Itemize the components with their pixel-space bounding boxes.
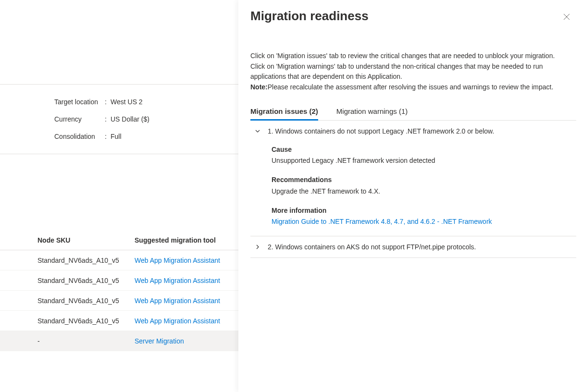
chevron-down-icon (254, 128, 261, 134)
issue-title: 1. Windows containers do not support Leg… (268, 127, 575, 135)
panel-title: Migration readiness (250, 9, 369, 24)
kv-key: Target location (54, 98, 105, 106)
more-info-label: More information (272, 206, 571, 216)
cell-sku: Standard_NV6ads_A10_v5 (0, 297, 135, 305)
tab-migration-issues[interactable]: Migration issues (2) (250, 103, 318, 120)
issue-item: 1. Windows containers do not support Leg… (250, 121, 576, 236)
cause-label: Cause (272, 145, 571, 155)
cell-sku: Standard_NV6ads_A10_v5 (0, 257, 135, 264)
kv-value: West US 2 (111, 98, 143, 106)
close-icon (563, 13, 570, 22)
more-info-link[interactable]: Migration Guide to .NET Framework 4.8, 4… (272, 217, 571, 227)
chevron-right-icon (254, 244, 261, 250)
panel-header: Migration readiness (250, 7, 582, 25)
note-label: Note: (250, 83, 268, 91)
recommendations-text: Upgrade the .NET framework to 4.X. (272, 186, 571, 197)
cell-sku: Standard_NV6ads_A10_v5 (0, 317, 135, 325)
cause-text: Unsupported Legacy .NET framework versio… (272, 156, 571, 166)
cell-sku: Standard_NV6ads_A10_v5 (0, 277, 135, 284)
desc-text: Click on 'Migration issues' tab to revie… (250, 52, 555, 80)
kv-key: Consolidation (54, 133, 105, 140)
close-button[interactable] (559, 10, 574, 25)
kv-key: Currency (54, 115, 105, 123)
kv-value: Full (111, 133, 122, 140)
kv-colon: : (105, 98, 111, 106)
cell-sku: - (0, 337, 135, 345)
issue-item: 2. Windows containers on AKS do not supp… (250, 236, 576, 258)
issue-header[interactable]: 2. Windows containers on AKS do not supp… (250, 236, 576, 257)
col-header-sku[interactable]: Node SKU (0, 236, 135, 244)
kv-colon: : (105, 115, 111, 123)
note-text: Please recalculate the assessment after … (268, 83, 554, 91)
migration-readiness-panel: Migration readiness Click on 'Migration … (238, 0, 582, 392)
issue-list: 1. Windows containers do not support Leg… (250, 121, 576, 258)
recommendations-label: Recommendations (272, 175, 571, 185)
kv-colon: : (105, 133, 111, 140)
issue-body: Cause Unsupported Legacy .NET framework … (250, 145, 576, 236)
panel-description: Click on 'Migration issues' tab to revie… (250, 51, 582, 93)
tabs: Migration issues (2) Migration warnings … (250, 103, 576, 121)
tab-migration-warnings[interactable]: Migration warnings (1) (336, 103, 408, 120)
kv-value: US Dollar ($) (111, 115, 149, 123)
issue-title: 2. Windows containers on AKS do not supp… (268, 243, 575, 251)
issue-header[interactable]: 1. Windows containers do not support Leg… (250, 121, 576, 142)
